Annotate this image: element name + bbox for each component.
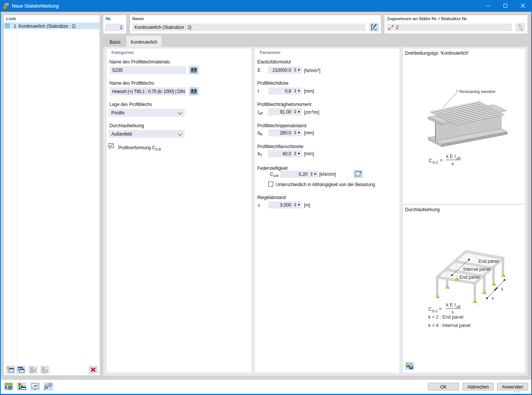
svg-text:D,C: D,C <box>432 160 439 164</box>
svg-text:s: s <box>492 295 494 301</box>
svg-text:Restraining member: Restraining member <box>459 89 496 94</box>
svg-text:=: = <box>440 157 442 163</box>
svg-text:s: s <box>501 286 503 292</box>
svg-text:6: 6 <box>4 6 6 9</box>
svg-text:=: = <box>439 306 442 311</box>
svg-text:eff: eff <box>456 305 461 309</box>
svg-text:k = 2 : End panel: k = 2 : End panel <box>428 314 463 320</box>
svg-text:Internal panel: Internal panel <box>463 267 490 272</box>
svg-text:C: C <box>428 306 432 312</box>
svg-text:0,00: 0,00 <box>5 385 13 390</box>
svg-text:A: A <box>18 386 21 390</box>
svg-text:k E I: k E I <box>446 153 456 159</box>
svg-text:eff: eff <box>456 156 461 160</box>
svg-text:s: s <box>451 161 454 166</box>
svg-text:D,C: D,C <box>432 309 438 313</box>
svg-text:End panel: End panel <box>459 275 480 280</box>
svg-text:C: C <box>429 158 432 163</box>
svg-text:k E I: k E I <box>446 302 456 308</box>
svg-text:End panel: End panel <box>478 259 499 264</box>
svg-text:s: s <box>451 309 454 315</box>
svg-text:k = 4 : Internal panel: k = 4 : Internal panel <box>428 323 470 328</box>
